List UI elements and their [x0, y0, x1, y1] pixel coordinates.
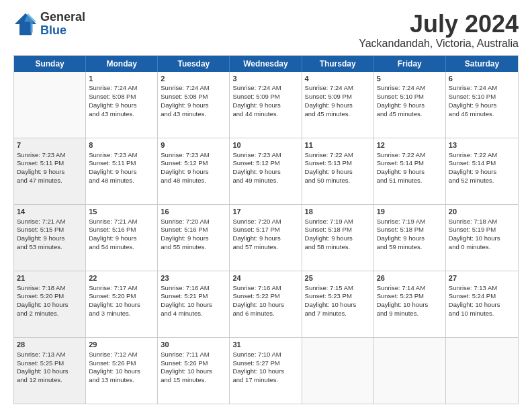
- calendar-cell: 4Sunrise: 7:24 AMSunset: 5:09 PMDaylight…: [302, 72, 374, 138]
- day-info: Sunset: 5:25 PM: [17, 359, 83, 368]
- calendar-cell: 23Sunrise: 7:16 AMSunset: 5:21 PMDayligh…: [158, 271, 230, 337]
- day-info: Daylight: 9 hours: [449, 168, 515, 177]
- day-info: Sunset: 5:12 PM: [161, 159, 226, 168]
- svg-marker-0: [15, 13, 36, 35]
- calendar-cell: 19Sunrise: 7:19 AMSunset: 5:18 PMDayligh…: [374, 205, 446, 271]
- day-info: Sunrise: 7:22 AM: [377, 151, 443, 160]
- day-info: Sunrise: 7:24 AM: [305, 84, 371, 93]
- day-info: and 51 minutes.: [377, 177, 443, 185]
- day-info: Sunset: 5:17 PM: [232, 226, 298, 234]
- day-number: 28: [17, 340, 83, 350]
- day-info: Sunset: 5:11 PM: [17, 159, 83, 168]
- day-info: Sunset: 5:09 PM: [305, 93, 371, 101]
- day-info: and 48 minutes.: [161, 177, 226, 185]
- calendar-row: 7Sunrise: 7:23 AMSunset: 5:11 PMDaylight…: [14, 138, 518, 205]
- calendar-cell: 1Sunrise: 7:24 AMSunset: 5:08 PMDaylight…: [86, 72, 158, 138]
- calendar-cell: 9Sunrise: 7:23 AMSunset: 5:12 PMDaylight…: [158, 138, 230, 204]
- calendar-cell: 24Sunrise: 7:16 AMSunset: 5:22 PMDayligh…: [230, 271, 302, 337]
- day-number: 13: [449, 140, 515, 150]
- day-info: Daylight: 9 hours: [161, 101, 226, 110]
- day-info: Sunrise: 7:22 AM: [449, 151, 515, 160]
- day-info: Sunset: 5:21 PM: [161, 292, 226, 301]
- day-info: Sunrise: 7:24 AM: [449, 84, 515, 93]
- day-info: Daylight: 9 hours: [17, 234, 83, 243]
- day-info: and 7 minutes.: [305, 310, 371, 318]
- day-info: Sunset: 5:20 PM: [89, 292, 154, 301]
- day-number: 29: [89, 340, 154, 350]
- day-info: Daylight: 10 hours: [232, 367, 298, 376]
- day-info: Sunrise: 7:18 AM: [17, 284, 83, 293]
- day-info: Sunrise: 7:12 AM: [89, 351, 154, 359]
- day-info: and 50 minutes.: [305, 177, 371, 185]
- day-info: Daylight: 9 hours: [305, 101, 371, 110]
- day-number: 16: [161, 207, 226, 217]
- day-info: and 45 minutes.: [305, 110, 371, 119]
- calendar-cell: 17Sunrise: 7:20 AMSunset: 5:17 PMDayligh…: [230, 205, 302, 271]
- calendar-cell: 12Sunrise: 7:22 AMSunset: 5:14 PMDayligh…: [374, 138, 446, 204]
- day-number: 22: [89, 273, 154, 283]
- day-info: and 44 minutes.: [232, 110, 298, 119]
- day-info: Sunrise: 7:24 AM: [232, 84, 298, 93]
- day-info: and 13 minutes.: [89, 376, 154, 385]
- day-info: Sunrise: 7:22 AM: [305, 151, 371, 160]
- day-info: Sunset: 5:18 PM: [377, 226, 443, 234]
- day-info: and 53 minutes.: [17, 243, 83, 252]
- day-info: Daylight: 9 hours: [161, 168, 226, 177]
- calendar-cell: 10Sunrise: 7:23 AMSunset: 5:12 PMDayligh…: [230, 138, 302, 204]
- calendar-cell: 3Sunrise: 7:24 AMSunset: 5:09 PMDaylight…: [230, 72, 302, 138]
- day-number: 1: [89, 74, 154, 84]
- day-info: Sunrise: 7:13 AM: [17, 351, 83, 359]
- day-info: Sunrise: 7:23 AM: [232, 151, 298, 160]
- day-info: and 57 minutes.: [232, 243, 298, 252]
- day-info: Sunrise: 7:17 AM: [89, 284, 154, 293]
- day-info: Sunset: 5:19 PM: [449, 226, 515, 234]
- day-number: 23: [161, 273, 226, 283]
- day-info: and 15 minutes.: [161, 376, 226, 385]
- calendar-cell: [14, 72, 86, 138]
- day-info: and 55 minutes.: [161, 243, 226, 252]
- day-number: 24: [232, 273, 298, 283]
- day-info: Sunset: 5:10 PM: [377, 93, 443, 101]
- day-info: and 49 minutes.: [232, 177, 298, 185]
- day-info: Sunrise: 7:24 AM: [161, 84, 226, 93]
- day-info: Sunset: 5:10 PM: [449, 93, 515, 101]
- calendar-cell: 7Sunrise: 7:23 AMSunset: 5:11 PMDaylight…: [14, 138, 86, 204]
- day-info: Daylight: 9 hours: [377, 101, 443, 110]
- calendar-row: 21Sunrise: 7:18 AMSunset: 5:20 PMDayligh…: [14, 271, 518, 338]
- day-info: Sunset: 5:26 PM: [161, 359, 226, 368]
- calendar: SundayMondayTuesdayWednesdayThursdayFrid…: [13, 55, 519, 404]
- day-info: Sunrise: 7:10 AM: [232, 351, 298, 359]
- day-number: 19: [377, 207, 443, 217]
- day-info: and 6 minutes.: [232, 310, 298, 318]
- day-info: and 10 minutes.: [449, 310, 515, 318]
- day-info: Daylight: 9 hours: [161, 234, 226, 243]
- calendar-row: 14Sunrise: 7:21 AMSunset: 5:15 PMDayligh…: [14, 205, 518, 271]
- day-number: 3: [232, 74, 298, 84]
- day-info: Daylight: 10 hours: [17, 367, 83, 376]
- day-info: Daylight: 9 hours: [232, 234, 298, 243]
- day-info: Sunset: 5:14 PM: [449, 159, 515, 168]
- day-number: 9: [161, 140, 226, 150]
- header-day: Sunday: [14, 56, 86, 72]
- calendar-cell: 13Sunrise: 7:22 AMSunset: 5:14 PMDayligh…: [446, 138, 518, 204]
- calendar-cell: 27Sunrise: 7:13 AMSunset: 5:24 PMDayligh…: [446, 271, 518, 337]
- day-info: Sunrise: 7:16 AM: [232, 284, 298, 293]
- logo-icon: [13, 12, 38, 36]
- day-info: Sunrise: 7:19 AM: [377, 218, 443, 226]
- day-info: and 54 minutes.: [89, 243, 154, 252]
- page: General Blue July 2024 Yackandandah, Vic…: [0, 0, 532, 411]
- day-info: Sunset: 5:23 PM: [377, 292, 443, 301]
- day-info: Sunrise: 7:23 AM: [161, 151, 226, 160]
- day-info: Sunset: 5:14 PM: [377, 159, 443, 168]
- day-info: Sunset: 5:20 PM: [17, 292, 83, 301]
- calendar-cell: 25Sunrise: 7:15 AMSunset: 5:23 PMDayligh…: [302, 271, 374, 337]
- day-info: Sunrise: 7:21 AM: [89, 218, 154, 226]
- calendar-cell: 8Sunrise: 7:23 AMSunset: 5:11 PMDaylight…: [86, 138, 158, 204]
- day-info: Daylight: 9 hours: [305, 234, 371, 243]
- day-info: Sunset: 5:18 PM: [305, 226, 371, 234]
- calendar-cell: 30Sunrise: 7:11 AMSunset: 5:26 PMDayligh…: [158, 338, 230, 404]
- calendar-cell: 2Sunrise: 7:24 AMSunset: 5:08 PMDaylight…: [158, 72, 230, 138]
- day-number: 2: [161, 74, 226, 84]
- calendar-cell: 21Sunrise: 7:18 AMSunset: 5:20 PMDayligh…: [14, 271, 86, 337]
- day-number: 7: [17, 140, 83, 150]
